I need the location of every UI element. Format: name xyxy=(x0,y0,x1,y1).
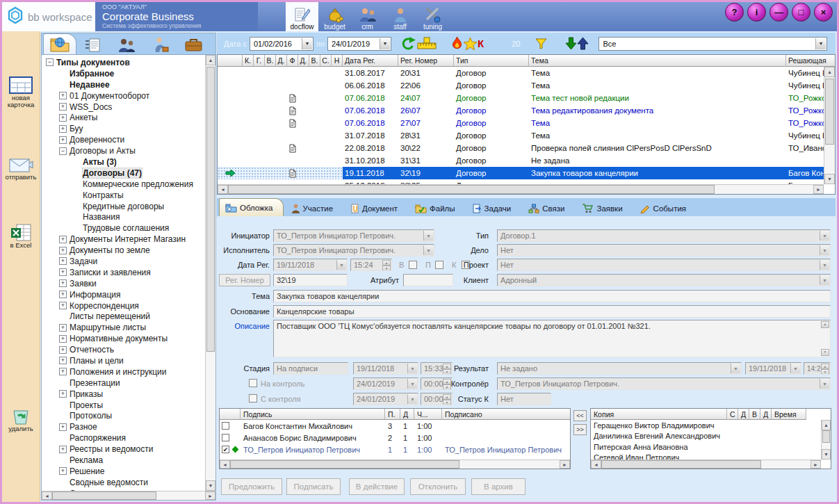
scroll-up-icon[interactable]: ▲ xyxy=(824,67,835,77)
tree-item[interactable]: Договоры (47) xyxy=(42,168,215,179)
tree-item[interactable]: +Информация xyxy=(42,289,215,300)
table-row[interactable]: 07.06.201827\07ДоговорТемаТО_Рожко xyxy=(218,117,824,129)
grid-column-header[interactable]: В. xyxy=(265,55,276,67)
tab-files[interactable]: Файлы xyxy=(409,200,465,216)
controller-select[interactable]: ТО_Петров Инициатор Петрович.▼ xyxy=(497,377,831,390)
copies-column-header[interactable]: Копия xyxy=(591,409,727,420)
project-select[interactable]: Нет▼ xyxy=(497,259,831,271)
time-spinner[interactable]: ▲▼ xyxy=(821,364,829,373)
basis-input[interactable]: Канцелярские товары xyxy=(273,305,831,318)
expander-plus-icon[interactable]: + xyxy=(59,114,67,122)
tab-requests[interactable]: Заявки xyxy=(576,200,632,216)
tree-item[interactable]: Кредитные договоры xyxy=(42,201,215,212)
tree-item[interactable]: +Планы и цели xyxy=(42,355,215,366)
tree-item[interactable]: −Договоры и Акты xyxy=(42,145,215,156)
tree-tab-registers[interactable] xyxy=(76,35,110,54)
date-to-input[interactable]: 24/01/2019 ▼ xyxy=(327,37,391,51)
copy-row[interactable]: Данилинка Евгений Александрович xyxy=(591,431,831,442)
scroll-right-icon[interactable]: ► xyxy=(811,460,821,469)
scroll-thumb[interactable] xyxy=(228,185,715,194)
grid-column-header[interactable]: В. xyxy=(309,55,320,67)
grid-column-header[interactable]: Г. xyxy=(254,55,265,67)
copies-horizontal-scrollbar[interactable]: ◄ ► xyxy=(591,460,821,469)
stage-time-input[interactable]: 15:33▲▼ xyxy=(421,362,453,375)
scroll-left-icon[interactable]: ◄ xyxy=(42,491,52,500)
scroll-down-icon[interactable]: ▼ xyxy=(822,449,831,460)
chevron-down-icon[interactable]: ▼ xyxy=(731,364,740,373)
reg-date-input[interactable]: 19/11/2018▼ xyxy=(273,259,348,271)
description-textarea[interactable]: Поставщик ООО 'ТЦ Комус'обязуется постав… xyxy=(273,320,831,357)
tree-item[interactable]: +Доверенности xyxy=(42,134,215,145)
expander-plus-icon[interactable]: + xyxy=(59,324,67,332)
grid-column-header[interactable]: Тип xyxy=(454,55,529,67)
send-button[interactable]: отправить xyxy=(2,156,40,181)
tab-links[interactable]: Связи xyxy=(523,200,574,216)
module-crm[interactable]: crm xyxy=(351,2,384,31)
expander-plus-icon[interactable]: + xyxy=(59,268,67,276)
k-filter-icon[interactable]: К xyxy=(478,38,484,49)
scroll-down-icon[interactable]: ▼ xyxy=(821,349,829,356)
grid-column-header[interactable]: Дата Рег. xyxy=(343,55,398,67)
tree-item[interactable]: Контракты xyxy=(42,190,215,201)
tree-item[interactable]: +Решение xyxy=(42,466,215,477)
info-button[interactable]: i xyxy=(747,3,766,22)
signers-column-header[interactable]: Ч... xyxy=(414,409,442,420)
table-row[interactable]: 07.06.201826\07ДоговорТема редактировани… xyxy=(218,104,824,117)
grid-column-header[interactable]: Тема xyxy=(529,55,786,67)
type-select[interactable]: Договор.1▼ xyxy=(497,229,831,242)
scroll-left-icon[interactable]: ◄ xyxy=(218,185,228,194)
expander-plus-icon[interactable]: + xyxy=(59,247,67,254)
signed-checkbox[interactable]: ✔ xyxy=(222,446,229,453)
tree-item[interactable]: +Анкеты xyxy=(42,112,215,123)
table-row[interactable]: 19.11.201832\19ДоговорЗакупка товаров ка… xyxy=(218,167,824,179)
expander-plus-icon[interactable]: + xyxy=(59,279,67,287)
chevron-down-icon[interactable]: ▼ xyxy=(820,231,829,241)
stage-date-input[interactable]: 19/11/2018▼ xyxy=(353,362,418,375)
tree-item[interactable]: Акты (3) xyxy=(42,156,215,168)
off-control-date-input[interactable]: 24/01/2019▼ xyxy=(353,393,418,405)
tree-item[interactable]: +01 Документооборот xyxy=(42,90,215,101)
expander-plus-icon[interactable]: + xyxy=(59,125,67,133)
tree-item[interactable]: +Маршрутные листы xyxy=(42,322,215,333)
tree-item[interactable]: Презентации xyxy=(42,377,215,389)
result-time-input[interactable]: 14:21▲▼ xyxy=(804,362,831,375)
grid-column-header[interactable]: Рег. Номер xyxy=(398,55,454,67)
copy-row[interactable]: Геращенко Виктор Владимирович xyxy=(591,420,831,431)
tree-item[interactable]: Реклама xyxy=(42,455,215,466)
minimize-button[interactable]: — xyxy=(769,3,788,22)
client-select[interactable]: Адронный▼ xyxy=(497,274,831,286)
scroll-thumb[interactable] xyxy=(601,460,761,469)
expander-plus-icon[interactable]: + xyxy=(59,257,67,265)
scroll-right-icon[interactable]: ► xyxy=(560,460,570,469)
expander-plus-icon[interactable]: + xyxy=(59,136,67,144)
tree-item[interactable]: −Типы документов xyxy=(42,57,215,68)
module-staff[interactable]: staff xyxy=(384,2,416,31)
signer-row[interactable]: ✔ТО_Петров Инициатор Петрович111:00ТО_Пе… xyxy=(220,444,570,455)
expander-plus-icon[interactable]: + xyxy=(59,446,67,453)
expander-plus-icon[interactable]: + xyxy=(59,423,67,431)
favorites-icon[interactable] xyxy=(463,37,478,51)
chevron-down-icon[interactable]: ▼ xyxy=(423,245,433,255)
chevron-down-icon[interactable]: ▼ xyxy=(407,379,417,389)
expander-plus-icon[interactable]: + xyxy=(59,467,67,475)
signer-row[interactable]: Багов Константин Михайлович311:00 xyxy=(220,420,570,432)
tab-events[interactable]: События xyxy=(635,200,696,216)
signers-column-header[interactable]: Подпись xyxy=(241,409,385,420)
move-all-right-button[interactable]: >> xyxy=(573,424,587,435)
tree-item[interactable]: +Документы Интернет Магазин xyxy=(42,234,215,245)
tree-item[interactable]: Коммерческие предложения xyxy=(42,179,215,190)
copies-column-header[interactable]: С xyxy=(727,409,738,420)
executor-select[interactable]: ТО_Петров Инициатор Петрович.▼ xyxy=(273,244,434,257)
result-select[interactable]: Не задано▼ xyxy=(497,362,742,375)
signed-checkbox[interactable] xyxy=(222,422,229,430)
tree-item[interactable]: +Корреспонденция xyxy=(42,300,215,311)
expander-plus-icon[interactable]: + xyxy=(59,357,67,364)
flag-v-checkbox[interactable] xyxy=(409,261,417,269)
action-button-1[interactable]: Предложить xyxy=(221,478,282,495)
scroll-up-icon[interactable]: ▲ xyxy=(821,321,829,328)
theme-input[interactable]: Закупка товаров канцелярии xyxy=(273,290,831,302)
expander-plus-icon[interactable]: + xyxy=(59,346,67,354)
copy-row[interactable]: Питерская Анна Ивановна xyxy=(591,441,831,453)
move-down-icon[interactable] xyxy=(565,37,577,50)
grid-column-header[interactable]: Н xyxy=(332,55,343,67)
